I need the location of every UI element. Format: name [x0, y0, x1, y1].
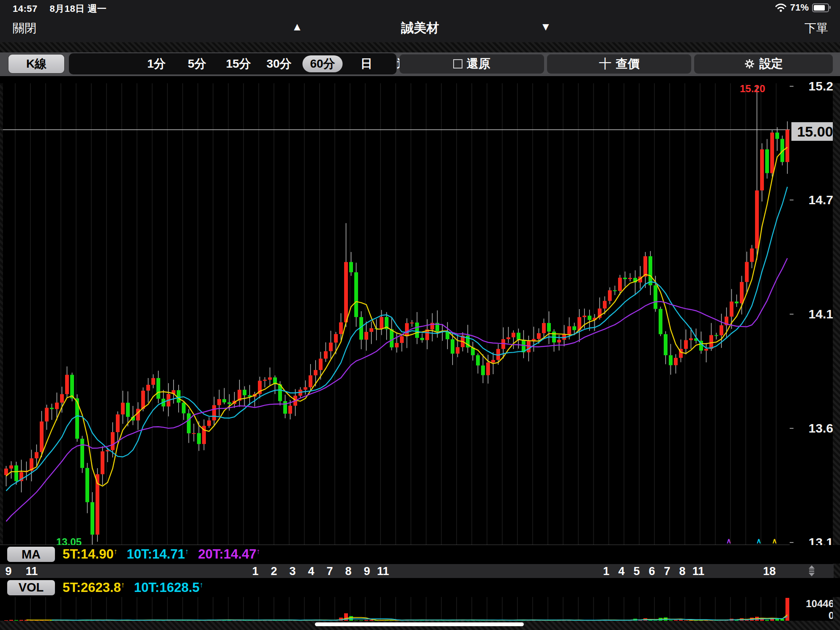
next-symbol-arrow-icon[interactable]: ▼	[540, 20, 551, 33]
texture-strip-top	[0, 42, 840, 52]
restore-button[interactable]: 還原	[399, 54, 544, 74]
vol-button[interactable]: VOL	[7, 580, 55, 595]
time-tick-label: 18	[763, 565, 776, 578]
checkbox-icon	[453, 59, 462, 68]
period-tab-日[interactable]: 日	[361, 53, 372, 74]
legend-item: 20T:14.47↑	[198, 547, 260, 562]
home-indicator[interactable]	[315, 622, 524, 626]
time-tick-label: 11	[26, 565, 38, 578]
period-tab-15分[interactable]: 15分	[226, 53, 251, 74]
app-screen: 14:57 8月18日 週一 71% 關閉 ▲ 誠美材 ▼ 下單 K線 1分5分…	[0, 0, 840, 630]
time-tick-label: 9	[5, 565, 11, 578]
status-bar: 14:57 8月18日 週一 71%	[0, 0, 840, 14]
battery-percent: 71%	[790, 2, 809, 13]
volume-legend-row: VOL 5T:2623.8↑10T:1628.5↑	[0, 578, 840, 597]
time-tick-label: 8	[679, 565, 685, 578]
zoom-stepper-icon[interactable]	[809, 565, 815, 576]
time-tick-label: 11	[377, 565, 389, 578]
date: 8月18日 週一	[49, 3, 107, 14]
texture-strip-right	[833, 83, 840, 621]
settings-label: 設定	[759, 56, 783, 72]
place-order-button[interactable]: 下單	[804, 20, 828, 36]
status-time-date: 14:57 8月18日 週一	[13, 3, 107, 15]
ma-legend-row: MA 5T:14.90↑10T:14.71↑20T:14.47↑	[0, 545, 840, 564]
price-tick-label: 14.7	[809, 193, 833, 207]
volume-max-label: 10446	[806, 598, 834, 610]
quote-button[interactable]: 十 查價	[547, 54, 691, 74]
time-tick-label: 9	[364, 565, 370, 578]
crosshair-icon: 十	[599, 58, 612, 70]
chart-type-button[interactable]: K線	[8, 55, 64, 73]
price-tick-mark	[790, 86, 793, 87]
time-tick-label: 3	[289, 565, 296, 578]
time-tick-label: 2	[271, 565, 277, 578]
price-tick-mark	[790, 200, 793, 200]
time-tick-label: 4	[308, 565, 314, 578]
period-tab-30分[interactable]: 30分	[266, 53, 291, 74]
legend-item: 5T:14.90↑	[63, 547, 118, 562]
legend-item: 10T:1628.5↑	[134, 580, 203, 595]
time-tick-label: 1	[603, 565, 609, 578]
price-tick-label: 15.2	[809, 79, 833, 93]
time-tick-label: 7	[664, 565, 670, 578]
texture-strip-left	[0, 83, 3, 545]
price-tick-label: 13.6	[809, 421, 833, 436]
battery-icon	[812, 3, 829, 12]
price-tick-label: 14.1	[809, 307, 833, 321]
time-axis: 9111234789111456781118	[0, 564, 834, 578]
restore-label: 還原	[467, 56, 490, 72]
symbol-title: 誠美材	[0, 19, 840, 37]
chart-toolbar: K線 1分5分15分30分60分日週月 還原 十 查價	[0, 52, 840, 76]
period-tab-60分[interactable]: 60分	[302, 55, 342, 72]
legend-item: 10T:14.71↑	[127, 547, 189, 562]
time-tick-label: 6	[648, 565, 655, 578]
high-price-label: 15.20	[740, 83, 765, 95]
time-tick-label: 7	[326, 565, 333, 578]
time-tick-label: 8	[345, 565, 351, 578]
time-tick-label: 4	[618, 565, 624, 578]
legend-item: 5T:2623.8↑	[63, 580, 125, 595]
candlestick-chart[interactable]	[0, 83, 790, 545]
price-tick-mark	[790, 542, 793, 543]
nav-bar: 關閉 ▲ 誠美材 ▼ 下單	[0, 14, 840, 42]
time-tick-label: 1	[252, 565, 258, 578]
ma-button[interactable]: MA	[7, 547, 55, 562]
signal-caret-icon: ∧	[726, 537, 731, 545]
price-tick-mark	[790, 314, 793, 315]
time-tick-label: 11	[692, 565, 705, 578]
clock: 14:57	[13, 3, 38, 14]
settings-button[interactable]: 設定	[694, 54, 833, 74]
wifi-icon	[775, 3, 787, 12]
signal-caret-icon: ∧	[772, 537, 777, 545]
price-tick-mark	[790, 428, 793, 429]
signal-caret-icon: ∧	[756, 537, 761, 545]
time-tick-label: 5	[633, 565, 640, 578]
gear-icon	[744, 58, 755, 69]
period-tab-1分[interactable]: 1分	[147, 53, 166, 74]
quote-label: 查價	[616, 56, 640, 72]
period-tab-5分[interactable]: 5分	[188, 53, 206, 74]
current-price-box: 15.00	[791, 122, 839, 141]
volume-chart[interactable]	[0, 597, 790, 621]
period-selector: 1分5分15分30分60分日週月	[69, 53, 397, 74]
